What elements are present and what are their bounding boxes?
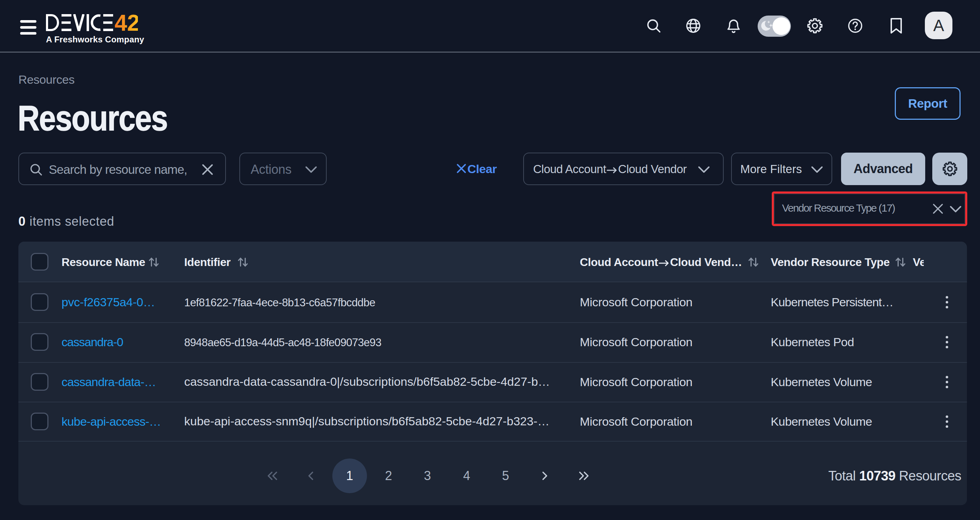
svg-text:42: 42 [115,14,138,31]
